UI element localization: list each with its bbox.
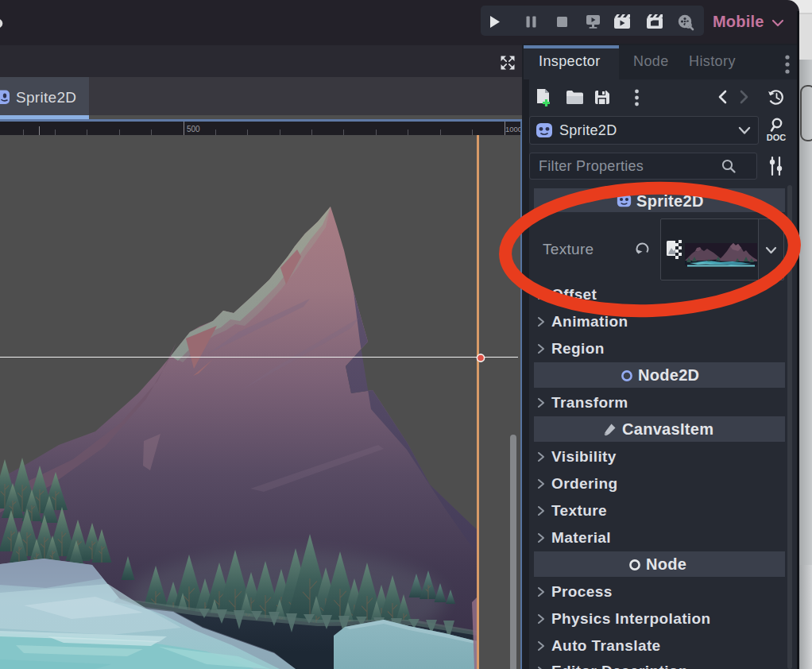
svg-text:DOC: DOC <box>767 133 787 142</box>
svg-text:1000: 1000 <box>505 125 522 133</box>
svg-text:500: 500 <box>187 125 200 133</box>
